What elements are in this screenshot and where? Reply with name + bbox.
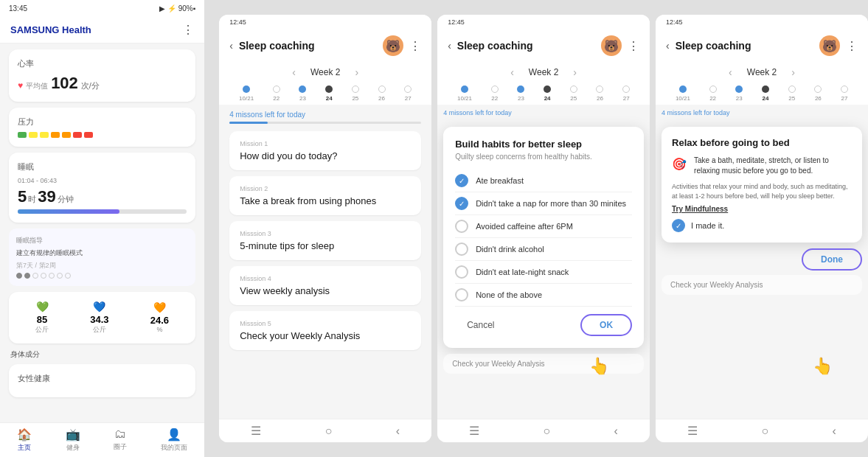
nav-together[interactable]: 🗂 圈子 bbox=[114, 428, 127, 453]
checkbox-1[interactable]: ✓ bbox=[455, 174, 468, 187]
checkbox-3[interactable] bbox=[455, 220, 468, 233]
coaching-week: 第7天 / 第2周 bbox=[16, 261, 188, 271]
nav-home[interactable]: 🏠 主页 bbox=[17, 428, 32, 453]
womens-health-card[interactable]: 女性健康 bbox=[9, 364, 195, 397]
p2-day-2[interactable]: 22 bbox=[273, 86, 280, 102]
p4-done-button[interactable]: Done bbox=[802, 248, 862, 271]
p2-day-1[interactable]: 10/21 bbox=[239, 86, 254, 102]
p4-nav-home[interactable]: ○ bbox=[762, 425, 769, 438]
p3-nav-home[interactable]: ○ bbox=[544, 425, 551, 438]
p3-day-2[interactable]: 22 bbox=[491, 86, 499, 102]
heart-rate-card[interactable]: 心率 ♥ 平均值 102 次/分 bbox=[9, 49, 195, 102]
p2-mission-2-label: Mission 2 bbox=[240, 185, 411, 192]
p4-dialog-title: Relax before going to bed bbox=[672, 137, 852, 148]
p3-day-dots: 10/21 22 23 24 25 bbox=[437, 83, 650, 105]
body-composition-card[interactable]: 💚 85 公斤 💙 34.3 公斤 🧡 24.6 % bbox=[9, 292, 195, 343]
p3-dot-6 bbox=[596, 86, 603, 93]
nav-my-page[interactable]: 👤 我的页面 bbox=[161, 428, 187, 453]
p4-day-7[interactable]: 27 bbox=[841, 86, 848, 102]
p2-day-6[interactable]: 26 bbox=[378, 86, 386, 102]
stress-dots bbox=[18, 132, 187, 138]
sleep-coaching-card[interactable]: 睡眠指导 建立有规律的睡眠模式 第7天 / 第2周 bbox=[9, 228, 195, 286]
p4-day-2[interactable]: 22 bbox=[709, 86, 717, 102]
weight-unit: 公斤 bbox=[35, 325, 49, 335]
p4-more-button[interactable]: ⋮ bbox=[846, 39, 858, 53]
p4-day-3[interactable]: 23 bbox=[735, 86, 743, 102]
dialog-cancel-button[interactable]: Cancel bbox=[455, 315, 506, 335]
stress-card[interactable]: 压力 bbox=[9, 108, 195, 147]
checkbox-5[interactable] bbox=[455, 265, 468, 279]
p3-week-prev[interactable]: ‹ bbox=[510, 66, 514, 78]
p2-mission-1[interactable]: Mission 1 How did you do today? bbox=[229, 131, 421, 170]
p3-more-button[interactable]: ⋮ bbox=[628, 39, 639, 53]
p3-day-3[interactable]: 23 bbox=[517, 86, 524, 102]
checkbox-2[interactable]: ✓ bbox=[455, 197, 468, 210]
sleep-card[interactable]: 睡眠 01:04 - 06:43 5 时 39 分钟 bbox=[9, 153, 195, 223]
p4-week-label: Week 2 bbox=[747, 67, 777, 77]
sleep-label: 睡眠 bbox=[18, 161, 187, 172]
p2-nav-home[interactable]: ○ bbox=[325, 425, 333, 438]
p2-status-bar: 12:45 bbox=[219, 15, 431, 29]
dialog-item-1[interactable]: ✓ Ate breakfast bbox=[455, 170, 632, 192]
p2-day-7[interactable]: 27 bbox=[404, 86, 412, 102]
p2-mission-5[interactable]: Misssion 5 Check your Weekly Analysis bbox=[229, 311, 421, 350]
p4-week-next[interactable]: › bbox=[791, 66, 795, 78]
p3-day-5[interactable]: 25 bbox=[570, 86, 577, 102]
p4-nav-menu[interactable]: ☰ bbox=[687, 424, 698, 438]
p2-week-label: Week 2 bbox=[310, 67, 340, 77]
p2-nav-back[interactable]: ‹ bbox=[396, 425, 400, 438]
p2-more-button[interactable]: ⋮ bbox=[409, 39, 421, 53]
p2-mission-3[interactable]: Misssion 3 5-minute tips for sleep bbox=[229, 221, 421, 260]
p3-top: 12:45 ‹ Sleep coaching 🐻 ⋮ ‹ Week 2 › 10… bbox=[437, 15, 650, 105]
p4-day-6[interactable]: 26 bbox=[814, 86, 822, 102]
dialog-item-5[interactable]: Didn't eat late-night snack bbox=[455, 261, 632, 284]
p2-day-5[interactable]: 25 bbox=[352, 86, 359, 102]
p2-nav-menu[interactable]: ☰ bbox=[251, 424, 261, 438]
checkbox-6[interactable] bbox=[455, 288, 468, 301]
womens-health-label: 女性健康 bbox=[18, 373, 187, 384]
nav-fitness[interactable]: 📺 健身 bbox=[66, 428, 80, 453]
dialog-item-2[interactable]: ✓ Didn't take a nap for more than 30 min… bbox=[455, 192, 632, 215]
nav-fitness-label: 健身 bbox=[66, 443, 80, 453]
p3-nav-menu[interactable]: ☰ bbox=[469, 424, 479, 438]
p3-day-1[interactable]: 10/21 bbox=[457, 86, 472, 102]
p4-dot-2 bbox=[709, 86, 717, 93]
p3-day-6[interactable]: 26 bbox=[596, 86, 603, 102]
p2-day-4[interactable]: 24 bbox=[325, 86, 333, 102]
p2-day-3[interactable]: 23 bbox=[299, 86, 306, 102]
p4-dot-1 bbox=[679, 86, 687, 93]
p4-made-it-row[interactable]: ✓ I made it. bbox=[672, 219, 852, 232]
p4-back-button[interactable]: ‹ bbox=[666, 40, 670, 52]
checkbox-4[interactable] bbox=[455, 243, 468, 256]
p3-week-next[interactable]: › bbox=[573, 66, 577, 78]
p4-day-1[interactable]: 10/21 bbox=[676, 86, 690, 102]
p4-relax-text: Take a bath, meditate, stretch, or liste… bbox=[694, 156, 852, 176]
panel-sleep-dialog: 12:45 ‹ Sleep coaching 🐻 ⋮ ‹ Week 2 › 10… bbox=[437, 15, 650, 442]
p2-mission-1-title: How did you do today? bbox=[240, 150, 411, 161]
p2-day-label-5: 25 bbox=[352, 95, 358, 102]
panel-sleep-coaching: 12:45 ‹ Sleep coaching 🐻 ⋮ ‹ Week 2 › 10… bbox=[219, 15, 431, 442]
p4-mindfulness-link[interactable]: Try Mindfulness bbox=[672, 205, 852, 213]
p4-day-4[interactable]: 24 bbox=[762, 86, 769, 102]
p2-week-prev[interactable]: ‹ bbox=[292, 66, 296, 78]
p3-day-7[interactable]: 27 bbox=[622, 86, 630, 102]
p4-nav-back[interactable]: ‹ bbox=[832, 425, 836, 438]
p3-nav-back[interactable]: ‹ bbox=[614, 425, 618, 438]
p4-day-5[interactable]: 25 bbox=[788, 86, 796, 102]
p2-mission-2[interactable]: Mission 2 Take a break from using phones bbox=[229, 176, 421, 215]
p3-back-button[interactable]: ‹ bbox=[448, 40, 451, 52]
progress-dot-6 bbox=[57, 273, 63, 279]
p3-day-4[interactable]: 24 bbox=[544, 86, 551, 102]
dialog-ok-button[interactable]: OK bbox=[580, 314, 632, 336]
dialog-item-4[interactable]: Didn't drink alcohol bbox=[455, 238, 632, 261]
p2-mission-4[interactable]: Misssion 4 View weekly analysis bbox=[229, 266, 421, 305]
dialog-item-3[interactable]: Avoided caffeine after 6PM bbox=[455, 215, 632, 238]
p4-content-area: 4 missons left for today Relax before go… bbox=[656, 105, 868, 419]
header-menu-icon[interactable]: ⋮ bbox=[182, 23, 194, 37]
p4-bottom-mission-text: Check your Weekly Analysis bbox=[670, 281, 763, 289]
p2-week-next[interactable]: › bbox=[355, 66, 358, 78]
p4-week-prev[interactable]: ‹ bbox=[729, 66, 732, 78]
fat-unit: % bbox=[150, 326, 169, 333]
dialog-item-6[interactable]: None of the above bbox=[455, 284, 632, 307]
p2-back-button[interactable]: ‹ bbox=[229, 40, 233, 52]
